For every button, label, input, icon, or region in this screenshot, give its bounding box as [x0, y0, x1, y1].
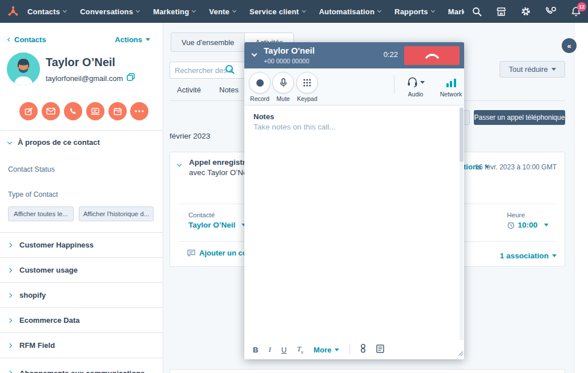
nav-item-automatisation[interactable]: Automatisation	[319, 7, 381, 16]
headset-icon	[407, 77, 418, 87]
divider	[0, 130, 163, 131]
notes-textarea-placeholder[interactable]: Take notes on this call...	[253, 123, 336, 131]
sidebar-section-customer-happiness[interactable]: Customer Happiness	[0, 233, 163, 258]
field-contact-status: Contact Status	[8, 165, 55, 173]
contacted-value-dropdown[interactable]: Taylor O’Neil	[188, 221, 246, 229]
search-icon[interactable]	[472, 7, 482, 17]
time-value-dropdown[interactable]: 10:00	[507, 221, 549, 229]
time-label: Heure	[507, 212, 525, 218]
nav-item-conversations[interactable]: Conversations	[80, 7, 139, 16]
network-status-button[interactable]: Network	[435, 75, 467, 98]
notifications-bell-icon[interactable]: 12	[571, 6, 581, 17]
timeline-month-header: février 2023	[170, 132, 210, 140]
nav-item-marketing[interactable]: Marketing	[153, 7, 195, 16]
italic-button[interactable]: I	[268, 345, 271, 354]
snippets-icon[interactable]	[360, 344, 366, 355]
about-section-header[interactable]: À propos de ce contact	[8, 138, 100, 147]
audio-settings-button[interactable]: Audio	[400, 75, 432, 98]
nav-item-vente[interactable]: Vente	[209, 7, 236, 16]
chevron-right-icon	[7, 371, 12, 373]
sidebar-section-ecommerce-data[interactable]: Ecommerce Data	[0, 308, 163, 333]
hubspot-logo-icon[interactable]	[7, 5, 19, 18]
chevron-right-icon	[7, 343, 12, 347]
nav-item-rapports[interactable]: Rapports	[394, 7, 434, 16]
record-dot-icon	[256, 79, 264, 87]
nav-item-service-client[interactable]: Service client	[249, 7, 305, 16]
call-button[interactable]	[64, 102, 82, 120]
quick-actions-row	[0, 102, 163, 120]
templates-icon[interactable]	[376, 344, 384, 355]
nav-item-contacts[interactable]: Contacts	[27, 7, 66, 16]
back-to-contacts-link[interactable]: Contacts	[8, 35, 46, 44]
subtab-notes[interactable]: Notes	[219, 86, 239, 94]
meeting-button[interactable]	[108, 102, 127, 120]
keypad-button[interactable]: Keypad	[296, 72, 318, 102]
nav-icons: 12	[472, 6, 581, 17]
nav-item-marketplace[interactable]: Marketplace des ressources	[448, 7, 464, 16]
marketplace-icon[interactable]	[496, 7, 506, 17]
activity-timestamp: 16 févr. 2023 à 10:00 GMT	[475, 163, 557, 171]
settings-gear-icon[interactable]	[521, 6, 531, 17]
chevron-down-icon	[7, 139, 12, 144]
chevron-right-icon	[7, 318, 12, 322]
chevron-right-icon	[7, 293, 12, 297]
hang-up-button[interactable]	[404, 46, 460, 65]
note-button[interactable]	[19, 102, 38, 120]
activity-subtitle: avec Taylor O’Neil	[189, 168, 251, 177]
notes-format-toolbar: B I U Tx More	[244, 340, 464, 359]
show-property-history-button[interactable]: Afficher l'historique d...	[79, 206, 154, 221]
actions-dropdown[interactable]: Actions	[115, 35, 150, 44]
call-controls-row: Record Mute Keypad Audio	[244, 68, 464, 106]
make-phone-call-button[interactable]: Passer un appel téléphonique	[474, 110, 565, 125]
sidebar-section-rfm-field[interactable]: RFM Field	[0, 333, 163, 358]
more-actions-button[interactable]	[130, 102, 148, 120]
call-contact-name: Taylor O'neil	[264, 46, 315, 55]
notes-section-title: Notes	[253, 112, 274, 121]
contact-email[interactable]: taylorfoneil@gmail.com	[46, 74, 123, 83]
clear-formatting-button[interactable]: Tx	[297, 344, 303, 355]
expand-right-panel-button[interactable]: «	[562, 38, 577, 53]
nav-menu: Contacts Conversations Marketing Vente S…	[27, 7, 464, 16]
field-type-of-contact: Type of Contact	[8, 190, 58, 198]
chat-button[interactable]	[86, 102, 104, 120]
call-widget-header: Taylor O'neil +00 0000 00000 0:22	[244, 42, 464, 68]
mute-button[interactable]: Mute	[272, 72, 294, 102]
underline-button[interactable]: U	[281, 346, 287, 354]
calls-icon[interactable]	[545, 6, 557, 17]
contact-sidebar: Contacts Actions Taylor O’Neil taylorfon…	[0, 23, 163, 373]
chevron-right-icon	[7, 267, 12, 272]
sidebar-section-customer-usage[interactable]: Customer usage	[0, 258, 163, 283]
more-formatting-dropdown[interactable]: More	[313, 346, 339, 354]
associations-dropdown[interactable]: 1 association	[500, 252, 557, 260]
subtab-activite[interactable]: Activité	[177, 86, 201, 94]
chevron-right-icon	[7, 242, 12, 247]
divider	[394, 75, 394, 94]
keypad-icon	[303, 79, 311, 87]
comment-icon	[187, 249, 195, 257]
microphone-icon	[280, 78, 287, 87]
call-widget-scrollbar[interactable]	[460, 107, 464, 356]
bold-button[interactable]: B	[253, 346, 258, 354]
top-nav: Contacts Conversations Marketing Vente S…	[0, 0, 588, 23]
copy-email-icon[interactable]	[127, 73, 135, 83]
tab-vue-densemble[interactable]: Vue d'ensemble	[171, 33, 245, 51]
divider	[349, 344, 350, 355]
sidebar-section-subscriptions[interactable]: Abonnements aux communications	[0, 358, 163, 373]
record-button[interactable]: Record	[249, 72, 271, 102]
next-activity-card-edge	[170, 369, 565, 373]
call-phone-number: +00 0000 00000	[264, 58, 309, 64]
resize-handle[interactable]	[457, 348, 463, 358]
minimize-call-chevron-icon[interactable]	[252, 51, 257, 57]
add-comment-link[interactable]: Ajouter un com	[187, 249, 253, 257]
sidebar-section-shopify[interactable]: shopify	[0, 283, 163, 308]
email-button[interactable]	[42, 102, 60, 120]
show-all-properties-button[interactable]: Afficher toutes le...	[8, 206, 74, 221]
contacted-label: Contacté	[188, 212, 215, 218]
call-timer: 0:22	[384, 50, 398, 59]
right-panel-collapsed	[574, 23, 588, 373]
network-bars-icon	[446, 75, 456, 89]
collapse-card-chevron-icon[interactable]	[177, 162, 182, 167]
call-widget: Taylor O'neil +00 0000 00000 0:22 Record…	[244, 42, 464, 359]
hang-up-phone-icon	[425, 53, 440, 59]
collapse-all-button[interactable]: Tout réduire	[500, 61, 565, 78]
